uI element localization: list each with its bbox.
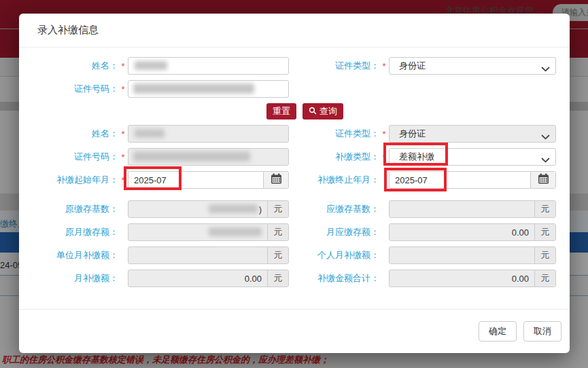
cert-type-value: 身份证: [399, 128, 426, 140]
cert-no-label: 证件号码：: [19, 151, 118, 163]
redacted-value: [209, 204, 258, 213]
required-marker: *: [379, 61, 389, 71]
query-row-name: 姓名： * 证件类型： * 身份证: [19, 57, 570, 75]
detail-row-certno-type: 证件号码： * 补缴类型： * 差额补缴: [19, 148, 570, 166]
detail-row-dates: 补缴起始年月： * 补缴终止年月：: [19, 171, 570, 189]
unit-supplement-input: [128, 247, 267, 263]
unit-supplement-label: 单位月补缴额：: [19, 249, 118, 261]
search-button[interactable]: 查询: [302, 103, 343, 119]
redacted-value: [133, 151, 250, 162]
unit-label: 元: [267, 201, 288, 217]
chevron-down-icon: [541, 64, 550, 74]
end-month-label: 补缴终止年月：: [289, 174, 379, 186]
search-icon: [309, 107, 317, 117]
supplement-type-value: 差额补缴: [399, 151, 434, 163]
dialog-title: 录入补缴信息: [37, 24, 99, 37]
due-monthly-label: 月应缴存额：: [289, 226, 379, 238]
amount-row: 月补缴额： 元 补缴金额合计： 元: [19, 270, 570, 287]
redacted-value: [135, 129, 165, 138]
due-monthly-input: [390, 224, 534, 240]
due-base-input: [390, 201, 534, 217]
supplement-type-select[interactable]: 差额补缴: [389, 148, 556, 166]
amount-row: 原缴存基数： 元 应缴存基数： 元: [19, 200, 570, 218]
redacted-value: [133, 84, 254, 94]
orig-base-label: 原缴存基数：: [19, 203, 118, 215]
cert-type-value: 身份证: [399, 60, 426, 72]
unit-label: 元: [267, 247, 288, 263]
required-marker: *: [118, 84, 128, 94]
detail-cert-type-select: 身份证: [389, 125, 556, 143]
query-cert-type-select[interactable]: 身份证: [389, 57, 556, 75]
unit-label: 元: [534, 247, 555, 263]
due-base-label: 应缴存基数：: [289, 203, 379, 215]
personal-supplement-input: [390, 247, 534, 263]
detail-row-name: 姓名： * 证件类型： * 身份证: [19, 125, 570, 143]
cert-type-label: 证件类型：: [289, 128, 379, 140]
unit-label: 元: [267, 224, 288, 240]
confirm-button[interactable]: 确定: [479, 321, 517, 342]
start-month-calendar-button[interactable]: [263, 172, 288, 188]
cert-type-label: 证件类型：: [289, 60, 379, 72]
name-label: 姓名：: [19, 60, 118, 72]
unit-label: 元: [534, 201, 555, 217]
end-month-input[interactable]: [390, 172, 530, 188]
amount-row: 单位月补缴额： 元 个人月补缴额： 元: [19, 246, 570, 264]
personal-supplement-label: 个人月补缴额：: [289, 249, 379, 261]
dialog-body: 姓名： * 证件类型： * 身份证 证件号码： *: [19, 48, 570, 309]
redacted-value: [209, 227, 262, 236]
chevron-down-icon: [541, 132, 550, 142]
reset-button-label: 重置: [273, 105, 290, 117]
dialog-header: 录入补缴信息: [19, 14, 570, 48]
cert-no-label: 证件号码：: [19, 83, 118, 95]
required-marker: *: [379, 129, 389, 139]
orig-monthly-label: 原月缴存额：: [19, 226, 118, 238]
name-label: 姓名：: [19, 128, 118, 140]
supplement-entry-dialog: 录入补缴信息 姓名： * 证件类型： * 身份证 证件: [19, 14, 570, 353]
monthly-supplement-label: 月补缴额：: [19, 272, 118, 284]
required-marker: *: [118, 175, 128, 185]
calendar-icon: [538, 173, 549, 187]
start-month-input[interactable]: [128, 172, 263, 188]
reset-button[interactable]: 重置: [266, 103, 296, 119]
amount-row: 原月缴存额： 元 月应缴存额： 元: [19, 223, 570, 241]
redacted-value: [135, 61, 167, 70]
required-marker: *: [118, 152, 128, 162]
dialog-footer: 确定 取消: [19, 309, 570, 353]
required-marker: *: [118, 61, 128, 71]
required-marker: *: [118, 129, 128, 139]
query-actions: 重置 查询: [266, 103, 343, 119]
total-supplement-input: [390, 270, 534, 287]
supplement-type-label: 补缴类型：: [289, 151, 379, 163]
end-month-calendar-button[interactable]: [530, 172, 555, 188]
unit-label: 元: [534, 270, 555, 287]
chevron-down-icon: [541, 155, 550, 165]
unit-label: 元: [534, 224, 555, 240]
unit-label: 元: [267, 270, 288, 287]
monthly-supplement-input: [128, 270, 267, 287]
total-supplement-label: 补缴金额合计：: [289, 272, 379, 284]
start-month-label: 补缴起始年月：: [19, 174, 118, 186]
required-marker: *: [379, 152, 389, 162]
calendar-icon: [271, 173, 282, 187]
search-button-label: 查询: [319, 105, 337, 117]
cancel-button[interactable]: 取消: [523, 321, 561, 342]
query-row-certno: 证件号码： *: [19, 80, 570, 98]
